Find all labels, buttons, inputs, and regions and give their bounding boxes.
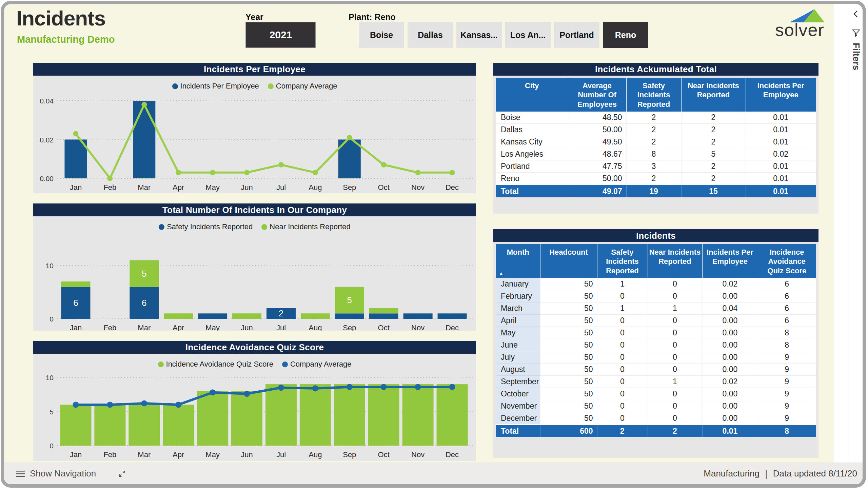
- legend-item[interactable]: Near Incidents Reported: [261, 222, 350, 231]
- x-axis-tick-label: Apr: [173, 450, 184, 459]
- funnel-icon: [852, 28, 861, 37]
- line-point[interactable]: [415, 170, 421, 175]
- x-axis-tick-label: May: [205, 324, 220, 331]
- bar-segment[interactable]: [164, 313, 193, 319]
- table-container: Month▲HeadcountSafety Incidents Reported…: [493, 242, 818, 458]
- bar-segment[interactable]: [197, 391, 228, 446]
- table-cell: February: [496, 290, 540, 302]
- x-axis-tick-label: Oct: [378, 183, 390, 192]
- bar-segment[interactable]: [301, 313, 330, 319]
- line-point[interactable]: [141, 400, 147, 406]
- line-point[interactable]: [244, 170, 250, 175]
- legend-item[interactable]: Incidence Avoidance Quiz Score: [158, 360, 273, 369]
- column-header[interactable]: Incidents Per Employee: [702, 244, 758, 278]
- table-total-cell: 2: [648, 425, 702, 437]
- column-header[interactable]: Near Incidents Reported: [648, 244, 702, 278]
- line-point[interactable]: [210, 389, 216, 395]
- line-point[interactable]: [347, 384, 353, 390]
- bar-segment[interactable]: [403, 313, 433, 319]
- table-cell: 0: [648, 351, 702, 364]
- line-point[interactable]: [107, 176, 113, 181]
- bar-segment[interactable]: [369, 313, 398, 319]
- line-point[interactable]: [313, 170, 318, 175]
- column-header[interactable]: Month▲: [496, 244, 540, 278]
- page-title: Incidents: [16, 6, 105, 30]
- line-point[interactable]: [347, 135, 352, 140]
- bar-segment[interactable]: [334, 384, 365, 446]
- line-point[interactable]: [381, 384, 387, 390]
- legend-item[interactable]: Company Average: [268, 82, 337, 91]
- bar-segment[interactable]: [438, 313, 467, 319]
- column-header[interactable]: Average Number Of Employees: [568, 78, 626, 112]
- bar-segment[interactable]: [369, 308, 398, 314]
- bar-data-label: 6: [73, 298, 78, 308]
- x-axis-tick-label: Jul: [276, 183, 286, 192]
- table-total-cell: Total: [496, 185, 568, 198]
- bar-segment[interactable]: [265, 384, 297, 446]
- line-point[interactable]: [175, 402, 181, 408]
- bar-segment[interactable]: [133, 101, 155, 178]
- x-axis-tick-label: Apr: [173, 324, 184, 331]
- plant-button-portland[interactable]: Portland: [554, 22, 599, 48]
- plant-button-kansas[interactable]: Kansas...: [456, 22, 502, 48]
- x-axis-tick-label: Apr: [173, 183, 184, 192]
- bar-segment[interactable]: [60, 405, 91, 446]
- bar-segment[interactable]: [231, 391, 262, 446]
- line-point[interactable]: [73, 402, 79, 408]
- table-cell: 50.00: [568, 173, 626, 185]
- column-header[interactable]: City: [496, 78, 568, 112]
- bar-segment[interactable]: [300, 384, 331, 446]
- table-cell: June: [496, 339, 540, 351]
- line-point[interactable]: [278, 385, 284, 391]
- bar-segment[interactable]: [335, 313, 364, 319]
- year-slicer-button[interactable]: 2021: [245, 22, 316, 48]
- table-cell: 0: [648, 412, 702, 425]
- line-point[interactable]: [450, 170, 455, 175]
- column-header[interactable]: Near Incidents Reported: [681, 78, 746, 112]
- bar-segment[interactable]: [368, 384, 399, 446]
- chevron-left-icon[interactable]: [852, 9, 860, 18]
- bar-segment[interactable]: [163, 405, 194, 446]
- plant-button-boise[interactable]: Boise: [359, 22, 404, 48]
- column-header[interactable]: Incidents Per Employee: [746, 78, 816, 112]
- line-point[interactable]: [73, 131, 78, 136]
- line-point[interactable]: [415, 384, 421, 390]
- line-point[interactable]: [381, 162, 387, 168]
- column-header[interactable]: Headcount: [540, 244, 597, 278]
- legend-item[interactable]: Safety Incidents Reported: [159, 222, 253, 231]
- line-point[interactable]: [244, 391, 250, 397]
- line-point[interactable]: [141, 102, 147, 107]
- legend-item[interactable]: Incidents Per Employee: [172, 82, 259, 91]
- column-header[interactable]: Safety Incidents Reported: [597, 244, 648, 278]
- table-cell: 5: [681, 148, 746, 160]
- x-axis-tick-label: Nov: [411, 450, 425, 459]
- legend-item[interactable]: Company Average: [282, 360, 352, 369]
- table-row: Kansas City49.50220.01: [496, 136, 816, 148]
- table-row: December50000.009: [496, 412, 816, 425]
- bar-segment[interactable]: [61, 281, 90, 287]
- bar-segment[interactable]: [129, 405, 160, 446]
- fit-to-screen-icon[interactable]: [117, 469, 127, 479]
- column-header[interactable]: Incidence Avoidance Quiz Score: [758, 244, 816, 278]
- line-point[interactable]: [210, 170, 215, 175]
- line-point[interactable]: [176, 170, 181, 175]
- plant-button-reno[interactable]: Reno: [603, 22, 648, 48]
- plant-button-dallas[interactable]: Dallas: [408, 22, 453, 48]
- table-cell: 50: [540, 388, 597, 400]
- table-cell: 1: [648, 376, 702, 388]
- bar-segment[interactable]: [94, 405, 125, 446]
- bar-segment[interactable]: [402, 384, 434, 446]
- show-navigation-button[interactable]: Show Navigation: [16, 468, 96, 479]
- legend-label: Incidents Per Employee: [180, 82, 259, 91]
- bar-segment[interactable]: [232, 313, 261, 319]
- column-header[interactable]: Safety Incidents Reported: [626, 78, 681, 112]
- line-point[interactable]: [278, 162, 284, 168]
- line-point[interactable]: [107, 402, 113, 408]
- table-row: July50000.009: [496, 351, 816, 364]
- y-axis-tick-label: 0.04: [40, 97, 54, 105]
- line-point[interactable]: [312, 385, 318, 391]
- bar-segment[interactable]: [437, 384, 468, 446]
- line-point[interactable]: [449, 384, 455, 390]
- plant-button-losan[interactable]: Los An...: [505, 22, 551, 48]
- bar-segment[interactable]: [198, 313, 227, 319]
